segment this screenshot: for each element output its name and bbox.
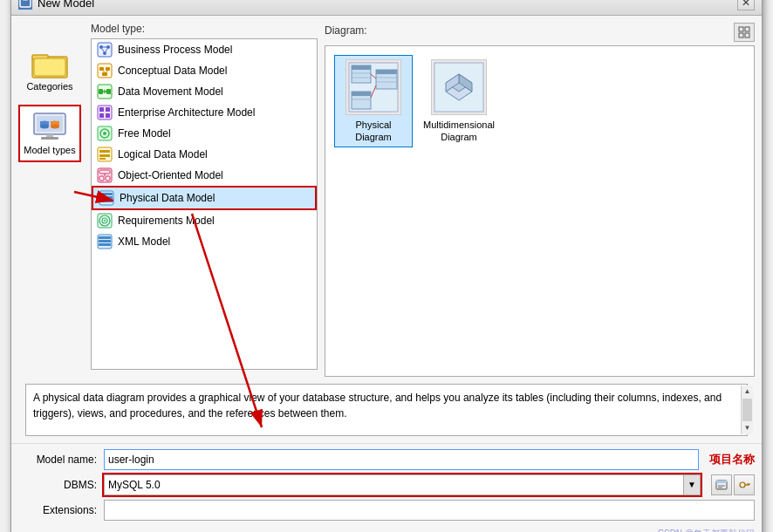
xml-icon	[97, 234, 113, 249]
diagram-header: Diagram:	[325, 23, 755, 42]
rm-icon	[97, 213, 113, 228]
extensions-row: Extensions:	[18, 500, 755, 521]
eam-label: Enterprise Architecture Model	[118, 106, 255, 119]
model-types-item[interactable]: Model types	[18, 105, 81, 162]
title-bar: New Model ✕	[11, 0, 762, 16]
ldm-label: Logical Data Model	[118, 148, 208, 160]
fm-icon	[97, 126, 113, 141]
svg-rect-35	[99, 113, 104, 118]
svg-rect-41	[99, 150, 110, 153]
scroll-up-arrow[interactable]: ▲	[742, 385, 753, 398]
dmm-icon	[97, 84, 113, 99]
model-list: Business Process Model	[91, 38, 318, 370]
svg-rect-85	[716, 481, 727, 483]
svg-rect-42	[99, 154, 110, 157]
svg-rect-4	[34, 58, 65, 76]
categories-item[interactable]: Categories	[18, 42, 81, 98]
svg-rect-29	[99, 89, 103, 94]
svg-rect-36	[106, 113, 110, 118]
svg-rect-75	[352, 92, 371, 96]
model-list-item-fm[interactable]: Free Model	[92, 123, 317, 144]
scroll-down-arrow[interactable]: ▼	[742, 422, 753, 434]
model-name-label: Model name:	[18, 454, 97, 466]
svg-rect-59	[99, 240, 111, 242]
model-types-label: Model types	[24, 145, 75, 155]
model-list-item-xml[interactable]: XML Model	[92, 231, 317, 252]
extensions-label: Extensions:	[18, 504, 97, 516]
model-name-input[interactable]	[104, 449, 699, 470]
form-area: Model name: 项目名称 DBMS: MySQL 5.0 MySQL 8…	[11, 443, 762, 526]
svg-rect-43	[99, 158, 106, 160]
dbms-select-wrapper: MySQL 5.0 MySQL 8.0 Oracle 12c SQL Serve…	[104, 474, 701, 495]
model-name-annotation: 项目名称	[709, 452, 755, 467]
diagram-list: Physical Diagram	[325, 45, 755, 377]
svg-rect-23	[99, 67, 104, 71]
svg-rect-62	[745, 27, 749, 31]
dialog-icon	[18, 0, 32, 10]
title-bar-left: New Model	[18, 0, 94, 10]
model-list-item-pdm[interactable]: Physical Data Model	[92, 186, 317, 210]
top-section: Categories	[11, 16, 762, 384]
multidim-diagram-label: Multidimensional Diagram	[423, 119, 495, 144]
svg-rect-0	[20, 0, 31, 7]
folder-icon	[31, 48, 69, 79]
dbms-select[interactable]: MySQL 5.0 MySQL 8.0 Oracle 12c SQL Serve…	[104, 474, 701, 495]
model-name-row: Model name: 项目名称	[18, 449, 755, 470]
categories-label: Categories	[26, 81, 72, 92]
svg-rect-14	[41, 137, 58, 140]
model-list-item-eam[interactable]: Enterprise Architecture Model	[92, 102, 317, 123]
svg-rect-67	[352, 65, 371, 70]
diagram-item-physical[interactable]: Physical Diagram	[334, 55, 413, 148]
model-list-item-oom[interactable]: Object-Oriented Model	[92, 165, 317, 186]
description-text: A physical data diagram provides a graph…	[25, 384, 748, 436]
model-list-item-rm[interactable]: Requirements Model	[92, 210, 317, 231]
dbms-key-button[interactable]	[734, 474, 755, 495]
model-types-icon	[31, 112, 69, 143]
cdm-label: Conceptual Data Model	[118, 65, 227, 77]
cdm-icon	[97, 63, 113, 78]
svg-rect-52	[100, 200, 113, 202]
close-button[interactable]: ✕	[737, 0, 755, 10]
ldm-icon	[97, 147, 113, 162]
svg-rect-71	[376, 70, 397, 74]
svg-rect-50	[100, 193, 113, 195]
svg-rect-51	[100, 196, 113, 199]
physical-diagram-thumb	[345, 59, 401, 115]
svg-rect-34	[106, 107, 110, 112]
extensions-input[interactable]	[104, 500, 755, 521]
model-list-item-bpm[interactable]: Business Process Model	[92, 39, 317, 60]
diagram-item-multidim[interactable]: Multidimensional Diagram	[420, 55, 498, 148]
svg-point-18	[103, 51, 106, 55]
bpm-icon	[97, 42, 113, 58]
grid-view-button[interactable]	[734, 23, 755, 42]
svg-point-12	[51, 124, 59, 128]
dbms-dropdown-arrow[interactable]: ▼	[683, 474, 701, 495]
svg-point-39	[103, 132, 106, 135]
svg-rect-60	[99, 243, 111, 246]
oom-label: Object-Oriented Model	[118, 169, 223, 181]
svg-rect-25	[102, 72, 107, 76]
diagram-label: Diagram:	[325, 24, 367, 37]
dbms-browse-button[interactable]	[711, 474, 732, 495]
svg-rect-33	[99, 107, 104, 112]
svg-point-9	[40, 124, 49, 128]
bpm-label: Business Process Model	[118, 44, 232, 56]
svg-rect-63	[739, 33, 743, 38]
fm-label: Free Model	[118, 127, 171, 140]
multidim-diagram-thumb	[431, 59, 487, 115]
svg-rect-64	[745, 33, 749, 38]
model-type-label: Model type:	[91, 23, 318, 35]
pdm-icon	[99, 190, 114, 206]
svg-point-17	[106, 45, 110, 49]
model-list-item-cdm[interactable]: Conceptual Data Model	[92, 60, 317, 81]
model-type-panel: Model type:	[91, 23, 318, 377]
dialog-title: New Model	[38, 0, 94, 10]
model-list-item-ldm[interactable]: Logical Data Model	[92, 144, 317, 165]
rm-label: Requirements Model	[118, 215, 215, 227]
description-scrollbar[interactable]: ▲ ▼	[741, 385, 753, 434]
svg-point-88	[740, 482, 745, 488]
svg-rect-61	[739, 27, 743, 31]
dmm-label: Data Movement Model	[118, 85, 223, 98]
left-panel: Categories	[18, 23, 84, 377]
model-list-item-dmm[interactable]: Data Movement Model	[92, 81, 317, 102]
